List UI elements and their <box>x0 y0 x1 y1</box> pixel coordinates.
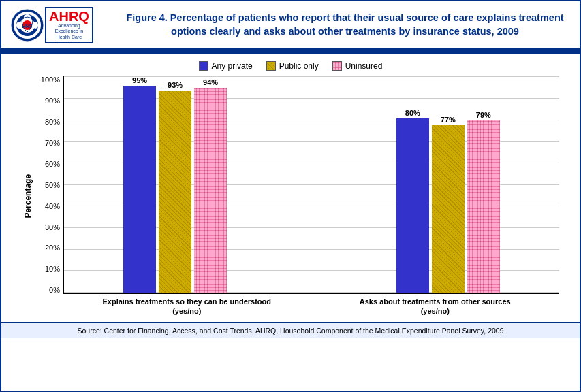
bars-area: 95% 93% 94% <box>63 76 559 294</box>
svg-text:HHS: HHS <box>22 24 33 29</box>
header: HHS AHRQ AdvancingExcellence inHealth Ca… <box>1 1 580 50</box>
bar-g1-uninsured: 94% <box>194 78 227 293</box>
bar-g2-public: 77% <box>432 116 465 293</box>
bar-label-g2-public: 77% <box>441 116 456 124</box>
x-labels: Explains treatments so they can be under… <box>37 297 559 316</box>
bar-g2-uninsured-rect <box>467 120 500 293</box>
y-tick-20: 20% <box>37 244 63 252</box>
y-tick-0: 0% <box>37 287 63 294</box>
logo-area: HHS AHRQ AdvancingExcellence inHealth Ca… <box>10 7 119 43</box>
bar-label-g2-private: 80% <box>405 109 420 117</box>
legend: Any private Public only Uninsured <box>22 61 559 71</box>
source-text: Source: Center for Financing, Access, an… <box>77 327 503 335</box>
y-tick-70: 70% <box>37 140 63 147</box>
svg-point-7 <box>16 22 22 29</box>
chart-inner: 0% 10% 20% 30% 40% 50% 60% 70% 80% 90% 1… <box>37 76 559 316</box>
bar-group-2: 80% 77% 79% <box>351 109 546 293</box>
bar-g2-private-rect <box>396 118 429 293</box>
svg-point-8 <box>33 22 38 29</box>
legend-box-uninsured <box>332 61 342 71</box>
y-ticks: 0% 10% 20% 30% 40% 50% 60% 70% 80% 90% 1… <box>37 76 63 294</box>
bar-g1-private: 95% <box>123 76 156 293</box>
legend-label-public: Public only <box>279 61 319 71</box>
y-tick-50: 50% <box>37 182 63 189</box>
y-tick-100: 100% <box>37 76 63 84</box>
y-tick-90: 90% <box>37 97 63 105</box>
chart-title: Figure 4. Percentage of patients who rep… <box>119 12 571 38</box>
bar-label-g1-private: 95% <box>132 76 147 84</box>
chart-plot: 0% 10% 20% 30% 40% 50% 60% 70% 80% 90% 1… <box>37 76 559 294</box>
bar-group-1: 95% 93% 94% <box>78 76 272 293</box>
y-tick-80: 80% <box>37 118 63 126</box>
ahrq-subtitle: AdvancingExcellence inHealth Care <box>55 23 83 40</box>
chart-area: Percentage 0% 10% 20% 30% 40% 50% 60% 70… <box>22 76 559 316</box>
legend-box-private <box>199 61 208 71</box>
chart-container: Any private Public only Uninsured Percen… <box>1 54 580 322</box>
bar-g1-public-rect <box>159 91 191 293</box>
bar-g1-private-rect <box>123 86 156 293</box>
legend-label-uninsured: Uninsured <box>345 61 383 71</box>
bar-g2-public-rect <box>432 125 465 293</box>
y-tick-60: 60% <box>37 161 63 168</box>
legend-item-private: Any private <box>199 61 253 71</box>
x-label-group1: Explains treatments so they can be under… <box>63 297 311 316</box>
bar-g1-uninsured-rect <box>194 88 227 293</box>
y-axis-label: Percentage <box>22 76 34 316</box>
bar-g1-public: 93% <box>159 81 191 293</box>
legend-box-public <box>266 61 276 71</box>
source-bar: Source: Center for Financing, Access, an… <box>1 322 580 338</box>
x-label-group2: Asks about treatments from other sources… <box>311 297 560 316</box>
bar-label-g2-uninsured: 79% <box>476 111 491 119</box>
ahrq-logo: AHRQ AdvancingExcellence inHealth Care <box>45 7 93 43</box>
legend-item-uninsured: Uninsured <box>332 61 383 71</box>
y-tick-30: 30% <box>37 224 63 231</box>
y-tick-10: 10% <box>37 265 63 273</box>
hhs-logo-icon: HHS <box>10 7 45 43</box>
ahrq-text: AHRQ <box>49 10 89 23</box>
bar-g2-private: 80% <box>396 109 429 293</box>
bar-g2-uninsured: 79% <box>467 111 500 293</box>
y-tick-40: 40% <box>37 203 63 210</box>
legend-item-public: Public only <box>266 61 319 71</box>
bar-label-g1-public: 93% <box>168 81 183 89</box>
legend-label-private: Any private <box>212 61 253 71</box>
bar-label-g1-uninsured: 94% <box>203 78 218 86</box>
